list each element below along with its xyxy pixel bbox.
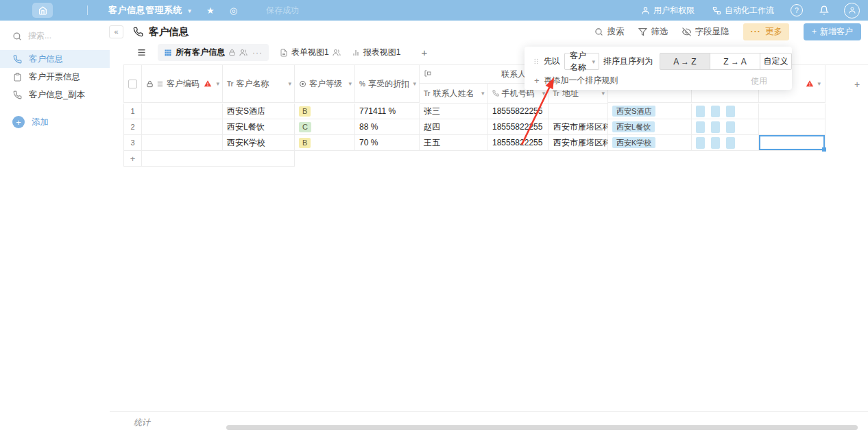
cell-phone[interactable]: 18555822255 xyxy=(488,104,549,119)
cell-customer-level[interactable]: C xyxy=(295,119,355,135)
row-number[interactable]: 1 xyxy=(123,104,142,119)
users-permissions-button[interactable]: 用户和权限 xyxy=(641,5,695,16)
apply-sort-button[interactable]: 使用 xyxy=(751,75,767,87)
sidebar-items: 客户信息客户开票信息客户信息_副本 xyxy=(0,50,110,104)
more-button[interactable]: ··· 更多 xyxy=(743,23,789,40)
app-title[interactable]: 客户信息管理系统 xyxy=(108,4,182,16)
horizontal-scrollbar[interactable] xyxy=(226,425,858,430)
cell-images[interactable] xyxy=(692,135,759,151)
add-column-button[interactable]: + xyxy=(825,65,868,103)
cell-customer-code[interactable] xyxy=(142,104,223,119)
collapse-sidebar-button[interactable]: « xyxy=(109,25,123,38)
image-thumbnail[interactable] xyxy=(711,106,720,117)
image-thumbnail[interactable] xyxy=(726,121,735,133)
sidebar-item[interactable]: 客户信息_副本 xyxy=(0,86,110,104)
help-icon[interactable]: ? xyxy=(791,4,803,16)
tab-form-view[interactable]: 表单视图1 xyxy=(280,47,341,58)
add-row-button[interactable]: + xyxy=(123,151,142,167)
cell-name-tag[interactable]: 西安K学校 xyxy=(608,135,692,151)
search-button[interactable]: 搜索 xyxy=(594,26,624,38)
automation-workflow-button[interactable]: 自动化工作流 xyxy=(712,5,774,16)
image-thumbnail[interactable] xyxy=(711,137,720,149)
tab-report-view[interactable]: 报表视图1 xyxy=(352,47,401,58)
name-tag[interactable]: 西安S酒店 xyxy=(612,106,655,117)
cell-customer-name[interactable]: 西安S酒店 xyxy=(223,104,295,119)
image-thumbnail[interactable] xyxy=(696,106,705,117)
field-visibility-button[interactable]: 字段显隐 xyxy=(682,26,729,38)
row-number[interactable]: 3 xyxy=(123,135,142,151)
column-header-level[interactable]: 客户等级 ▾ xyxy=(295,65,355,103)
cell-discount[interactable]: 771411 % xyxy=(355,104,420,119)
sidebar-search-input[interactable]: 搜索... xyxy=(0,21,110,50)
chevron-down-icon[interactable]: ▾ xyxy=(481,90,485,97)
sort-asc-button[interactable]: A → Z xyxy=(660,53,710,70)
stats-label[interactable]: 统计 xyxy=(134,417,150,429)
chevron-down-icon[interactable]: ▾ xyxy=(542,90,546,97)
cell-images[interactable] xyxy=(692,104,759,119)
cell-customer-name[interactable]: 西安K学校 xyxy=(223,135,295,151)
drag-handle-icon[interactable] xyxy=(533,57,540,66)
cell-name-tag[interactable]: 西安L餐饮 xyxy=(608,119,692,135)
chevron-down-icon[interactable]: ▾ xyxy=(288,80,291,87)
column-header-discount[interactable]: % 享受的折扣 ▾ xyxy=(355,65,420,103)
sidebar-item[interactable]: 客户信息 xyxy=(0,50,110,68)
cell-customer-name[interactable]: 西安L餐饮 xyxy=(223,119,295,135)
cell-extra[interactable] xyxy=(759,119,825,135)
cell-address[interactable]: 西安市雁塔区科技... xyxy=(549,135,608,151)
cell-discount[interactable]: 88 % xyxy=(355,119,420,135)
chevron-down-icon[interactable]: ▾ xyxy=(188,7,191,14)
home-button[interactable] xyxy=(32,3,53,18)
cell-name-tag[interactable]: 西安S酒店 xyxy=(608,104,692,119)
add-table-button[interactable]: + 添加 xyxy=(12,116,110,128)
image-thumbnail[interactable] xyxy=(726,137,735,149)
cell-contact-name[interactable]: 王五 xyxy=(420,135,488,151)
cell-address[interactable]: 西安市雁塔区科技... xyxy=(549,119,608,135)
selected-cell[interactable] xyxy=(759,135,825,151)
sort-custom-button[interactable]: 自定义 xyxy=(760,53,792,70)
new-customer-button[interactable]: + 新增客户 xyxy=(804,23,861,40)
cell-customer-code[interactable] xyxy=(142,119,223,135)
cell-customer-level[interactable]: B xyxy=(295,135,355,151)
image-thumbnail[interactable] xyxy=(711,121,720,133)
chevron-down-icon[interactable]: ▾ xyxy=(817,80,821,87)
cell-images[interactable] xyxy=(692,119,759,135)
chevron-down-icon[interactable]: ▾ xyxy=(348,80,352,87)
name-tag[interactable]: 西安K学校 xyxy=(612,137,655,148)
cell-customer-code[interactable] xyxy=(142,135,223,151)
sidebar-item[interactable]: 客户开票信息 xyxy=(0,68,110,86)
sort-field-select[interactable]: 客户名称 ▾ xyxy=(564,53,599,70)
view-more-icon[interactable]: ··· xyxy=(252,48,263,58)
column-header-contact-name[interactable]: Tr 联系人姓名 ▾ xyxy=(420,84,488,103)
cell-address[interactable] xyxy=(549,104,608,119)
star-icon[interactable]: ★ xyxy=(206,5,215,16)
add-sort-rule-link[interactable]: 再添加一个排序规则 xyxy=(544,75,618,86)
add-row-cell[interactable] xyxy=(142,151,295,167)
cell-extra[interactable] xyxy=(759,104,825,119)
select-all-checkbox[interactable] xyxy=(123,65,142,103)
cell-contact-name[interactable]: 张三 xyxy=(420,104,488,119)
column-header-name[interactable]: Tr 客户名称 ▾ xyxy=(223,65,295,103)
target-icon[interactable]: ◎ xyxy=(230,5,237,16)
chevron-down-icon[interactable]: ▾ xyxy=(601,90,605,97)
image-thumbnail[interactable] xyxy=(726,106,735,117)
image-thumbnail[interactable] xyxy=(696,121,705,133)
image-thumbnail[interactable] xyxy=(696,137,705,149)
column-header-code[interactable]: 客户编码 ▾ xyxy=(142,65,223,103)
tab-grid-view[interactable]: 所有客户信息 ··· xyxy=(158,44,269,61)
name-tag[interactable]: 西安L餐饮 xyxy=(612,121,655,132)
phone-icon xyxy=(133,27,143,37)
cell-contact-name[interactable]: 赵四 xyxy=(420,119,488,135)
avatar[interactable] xyxy=(844,3,860,19)
sort-desc-button[interactable]: Z → A xyxy=(710,53,760,70)
cell-phone[interactable]: 18555822255 xyxy=(488,119,549,135)
cell-discount[interactable]: 70 % xyxy=(355,135,420,151)
view-list-icon[interactable] xyxy=(136,47,147,58)
add-view-button[interactable]: + xyxy=(421,47,427,58)
row-number[interactable]: 2 xyxy=(123,119,142,135)
filter-button[interactable]: 筛选 xyxy=(638,26,668,38)
cell-phone[interactable]: 18555822255 xyxy=(488,135,549,151)
bell-icon[interactable] xyxy=(819,5,829,15)
cell-customer-level[interactable]: B xyxy=(295,104,355,119)
chevron-down-icon[interactable]: ▾ xyxy=(413,80,416,87)
chevron-down-icon[interactable]: ▾ xyxy=(216,80,219,87)
